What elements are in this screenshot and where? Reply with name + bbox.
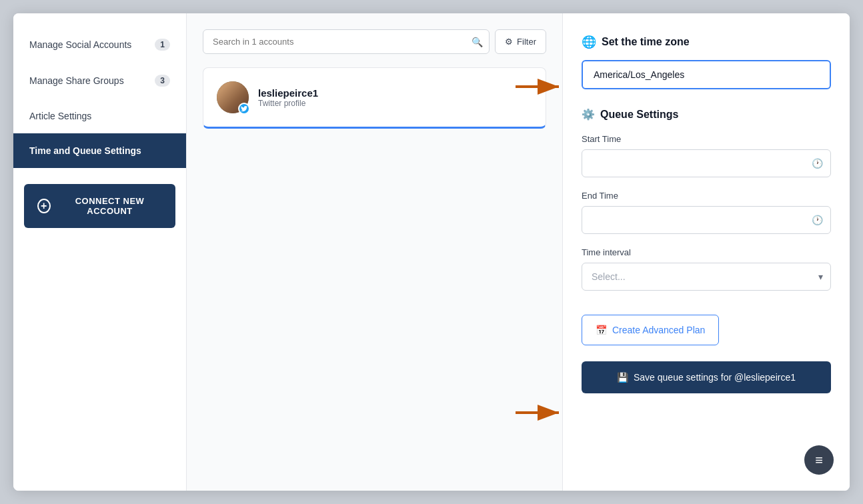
filter-icon: ⚙ [505,37,513,47]
search-input[interactable] [203,29,490,54]
sidebar-item-label: Time and Queue Settings [29,145,141,156]
start-time-label: Start Time [582,134,831,144]
timezone-input[interactable] [582,60,831,89]
chat-icon: ≡ [815,453,823,468]
end-time-group: End Time 🕐 [582,191,831,234]
account-info: lesliepeirce1 Twitter profile [258,87,318,108]
end-time-wrap: 🕐 [582,206,831,234]
connect-new-account-button[interactable]: + CONNECT NEW ACCOUNT [24,184,175,228]
chat-button[interactable]: ≡ [804,445,834,475]
arrow-create-plan [516,403,569,425]
queue-section: ⚙️ Queue Settings [582,108,831,121]
timezone-section: 🌐 Set the time zone [582,35,831,49]
create-plan-label: Create Advanced Plan [612,325,705,335]
arrow-timezone-svg [516,77,569,97]
connect-button-label: CONNECT NEW ACCOUNT [57,196,162,216]
time-interval-wrap: Select... 15 minutes 30 minutes 60 minut… [582,263,831,291]
save-button-label: Save queue settings for @lesliepeirce1 [634,372,796,383]
account-card[interactable]: lesliepeirce1 Twitter profile [203,67,546,129]
avatar-wrap [217,81,249,113]
search-icon: 🔍 [472,37,483,47]
arrow-create-plan-svg [516,403,569,423]
search-input-wrap: 🔍 [203,29,490,54]
sidebar-item-label: Manage Social Accounts [29,39,131,50]
start-time-group: Start Time 🕐 [582,134,831,177]
sidebar: Manage Social Accounts 1 Manage Share Gr… [13,13,187,491]
clock-icon-start: 🕐 [812,158,823,169]
sidebar-item-article-settings[interactable]: Article Settings [13,99,186,133]
sidebar-badge-social: 1 [155,39,170,51]
calendar-icon: 📅 [596,325,607,335]
create-advanced-plan-button[interactable]: 📅 Create Advanced Plan [582,315,719,345]
queue-icon: ⚙️ [582,108,595,121]
save-queue-settings-button[interactable]: 💾 Save queue settings for @lesliepeirce1 [582,361,831,393]
create-plan-section: 📅 Create Advanced Plan [582,315,831,345]
middle-panel: 🔍 ⚙ Filter lesliepeirce1 Twitter [187,13,563,491]
globe-icon: 🌐 [582,35,596,49]
filter-label: Filter [517,37,536,47]
filter-button[interactable]: ⚙ Filter [495,29,546,54]
time-interval-label: Time interval [582,247,831,257]
right-panel: 🌐 Set the time zone ⚙️ Queue Settings St… [563,13,850,491]
sidebar-item-label: Article Settings [29,111,91,121]
end-time-input[interactable] [582,206,831,234]
queue-section-title: Queue Settings [600,109,678,121]
time-interval-group: Time interval Select... 15 minutes 30 mi… [582,247,831,291]
arrow-timezone [516,77,569,99]
twitter-badge [238,103,250,115]
save-icon: 💾 [617,372,628,383]
sidebar-item-share-groups[interactable]: Manage Share Groups 3 [13,63,186,99]
start-time-input[interactable] [582,149,831,177]
time-interval-select[interactable]: Select... 15 minutes 30 minutes 60 minut… [582,263,831,291]
account-type: Twitter profile [258,99,318,108]
sidebar-item-time-queue[interactable]: Time and Queue Settings [13,133,186,168]
plus-icon: + [37,199,51,213]
account-name: lesliepeirce1 [258,87,318,99]
search-bar: 🔍 ⚙ Filter [203,29,546,54]
app-container: Manage Social Accounts 1 Manage Share Gr… [13,13,850,491]
sidebar-badge-share: 3 [155,75,170,87]
start-time-wrap: 🕐 [582,149,831,177]
timezone-section-title: Set the time zone [602,36,690,48]
end-time-label: End Time [582,191,831,201]
sidebar-item-label: Manage Share Groups [29,75,124,86]
sidebar-item-manage-social[interactable]: Manage Social Accounts 1 [13,27,186,63]
clock-icon-end: 🕐 [812,215,823,225]
twitter-icon [241,105,247,112]
